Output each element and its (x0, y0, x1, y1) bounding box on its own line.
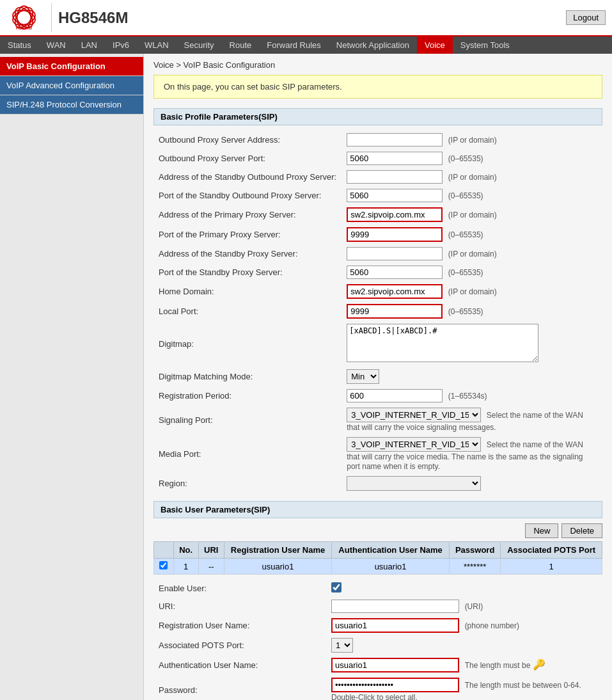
col-uri: URI (198, 542, 224, 559)
standby-proxy-port2-input[interactable] (347, 266, 443, 279)
reg-user-label: Registration User Name: (153, 616, 326, 635)
standby-proxy-addr-input[interactable] (347, 170, 443, 184)
new-button[interactable]: New (525, 523, 558, 538)
col-checkbox (154, 542, 174, 559)
region-select[interactable] (347, 476, 481, 491)
outbound-proxy-addr-input[interactable] (347, 133, 443, 147)
primary-proxy-addr-input[interactable] (347, 207, 443, 222)
nav-status[interactable]: Status (0, 36, 39, 54)
auth-user-icon: 🔑 (533, 659, 545, 670)
table-row: Enable User: (153, 580, 602, 597)
field-label: Port of the Standby Outbound Proxy Serve… (153, 186, 341, 205)
row-checkbox-input[interactable] (159, 561, 168, 569)
password-input[interactable] (331, 678, 459, 692)
reg-period-input[interactable] (347, 389, 443, 402)
uri-label: URI: (153, 597, 326, 616)
nav-wan[interactable]: WAN (39, 36, 74, 54)
reg-user-hint: (phone number) (465, 621, 519, 630)
row-auth-user: usuario1 (332, 559, 450, 575)
row-checkbox[interactable] (154, 559, 174, 575)
nav-ipv6[interactable]: IPv6 (105, 36, 137, 54)
nav-forward-rules[interactable]: Forward Rules (259, 36, 329, 54)
media-port-select[interactable]: 3_VOIP_INTERNET_R_VID_1503 (347, 437, 481, 452)
standby-proxy-addr2-hint: (IP or domain) (448, 250, 497, 259)
table-row: Registration Period: (1–65534s) (153, 386, 602, 405)
nav-security[interactable]: Security (177, 36, 222, 54)
nav-network-app[interactable]: Network Application (329, 36, 417, 54)
nav-lan[interactable]: LAN (74, 36, 105, 54)
nav-wlan[interactable]: WLAN (137, 36, 177, 54)
table-row: Digitmap Matching Mode: Min Max (153, 367, 602, 386)
field-value: (0–65535) (341, 301, 602, 321)
auth-user-label: Authentication User Name: (153, 655, 326, 675)
uri-input[interactable] (331, 600, 459, 613)
reg-username-input[interactable] (331, 618, 459, 633)
table-row: Address of the Standby Proxy Server: (IP… (153, 244, 602, 263)
field-label: Port of the Primary Proxy Server: (153, 225, 341, 244)
field-label: Local Port: (153, 301, 341, 321)
field-value: (IP or domain) (341, 282, 602, 301)
digitmap-mode-value: Min Max (341, 367, 602, 386)
user-table-header: No. URI Registration User Name Authentic… (154, 542, 602, 559)
device-name: HG8546M (58, 9, 128, 27)
field-label: Outbound Proxy Server Address: (153, 131, 341, 149)
field-label: Outbound Proxy Server Port: (153, 149, 341, 168)
field-label: Address of the Primary Proxy Server: (153, 205, 341, 225)
standby-proxy-addr-hint: (IP or domain) (448, 173, 497, 182)
standby-proxy-port-input[interactable] (347, 189, 443, 202)
media-port-label: Media Port: (153, 434, 341, 473)
digitmap-mode-label: Digitmap Matching Mode: (153, 367, 341, 386)
assoc-pots-select[interactable]: 1 2 (331, 638, 353, 653)
table-row: Region: (153, 473, 602, 493)
huawei-logo: HUAWEI (6, 3, 42, 32)
digitmap-label: Digitmap: (153, 321, 341, 367)
info-box: On this page, you can set basic SIP para… (153, 75, 602, 99)
nav-voice[interactable]: Voice (417, 36, 453, 54)
table-row: Address of the Standby Outbound Proxy Se… (153, 168, 602, 186)
digitmap-mode-select[interactable]: Min Max (347, 369, 379, 384)
table-row: Password: The length must be between 0-6… (153, 675, 602, 700)
nav-system-tools[interactable]: System Tools (453, 36, 517, 54)
sidebar-item-sip-h248[interactable]: SIP/H.248 Protocol Conversion (0, 95, 143, 115)
col-no: No. (173, 542, 198, 559)
nav-route[interactable]: Route (222, 36, 260, 54)
field-label: Home Domain: (153, 282, 341, 301)
local-port-input[interactable] (347, 304, 443, 319)
auth-user-value: The length must be 🔑 (326, 655, 602, 675)
table-row: Registration User Name: (phone number) (153, 616, 602, 635)
outbound-proxy-port-input[interactable] (347, 152, 443, 165)
signaling-port-select[interactable]: 3_VOIP_INTERNET_R_VID_1503 (347, 408, 481, 422)
row-reg-user: usuario1 (224, 559, 331, 575)
assoc-pots-value: 1 2 (326, 635, 602, 655)
row-no: 1 (173, 559, 198, 575)
field-label: Port of the Standby Proxy Server: (153, 263, 341, 282)
password-label: Password: (153, 675, 326, 700)
signaling-port-value: 3_VOIP_INTERNET_R_VID_1503 Select the na… (341, 405, 602, 434)
basic-profile-title: Basic Profile Parameters(SIP) (153, 108, 602, 125)
digitmap-textarea[interactable]: [xABCD].S|[xABCD].# (347, 324, 538, 362)
password-value: The length must be between 0-64. Double-… (326, 675, 602, 700)
standby-proxy-addr2-input[interactable] (347, 247, 443, 260)
basic-profile-table: Outbound Proxy Server Address: (IP or do… (153, 131, 602, 493)
enable-user-value (326, 580, 602, 597)
table-row: Outbound Proxy Server Address: (IP or do… (153, 131, 602, 149)
sidebar-item-voip-advanced[interactable]: VoIP Advanced Configuration (0, 76, 143, 95)
enable-user-checkbox[interactable] (331, 582, 341, 593)
table-row: Signaling Port: 3_VOIP_INTERNET_R_VID_15… (153, 405, 602, 434)
primary-proxy-port-input[interactable] (347, 227, 443, 242)
row-pots: 1 (501, 559, 602, 575)
basic-user-title: Basic User Parameters(SIP) (153, 501, 602, 518)
signaling-port-label: Signaling Port: (153, 405, 341, 434)
region-label: Region: (153, 473, 341, 493)
col-auth-user: Authentication User Name (332, 542, 450, 559)
home-domain-hint: (IP or domain) (448, 287, 497, 296)
standby-proxy-port-hint: (0–65535) (448, 191, 483, 200)
col-pots: Associated POTS Port (501, 542, 602, 559)
logout-button[interactable]: Logout (566, 10, 606, 25)
home-domain-input[interactable] (347, 284, 443, 299)
field-value: (0–65535) (341, 186, 602, 205)
sidebar-item-voip-basic[interactable]: VoIP Basic Configuration (0, 57, 143, 76)
user-table-row[interactable]: 1 -- usuario1 usuario1 ******* 1 (154, 559, 602, 575)
delete-button[interactable]: Delete (561, 523, 602, 538)
auth-username-input[interactable] (331, 658, 459, 672)
